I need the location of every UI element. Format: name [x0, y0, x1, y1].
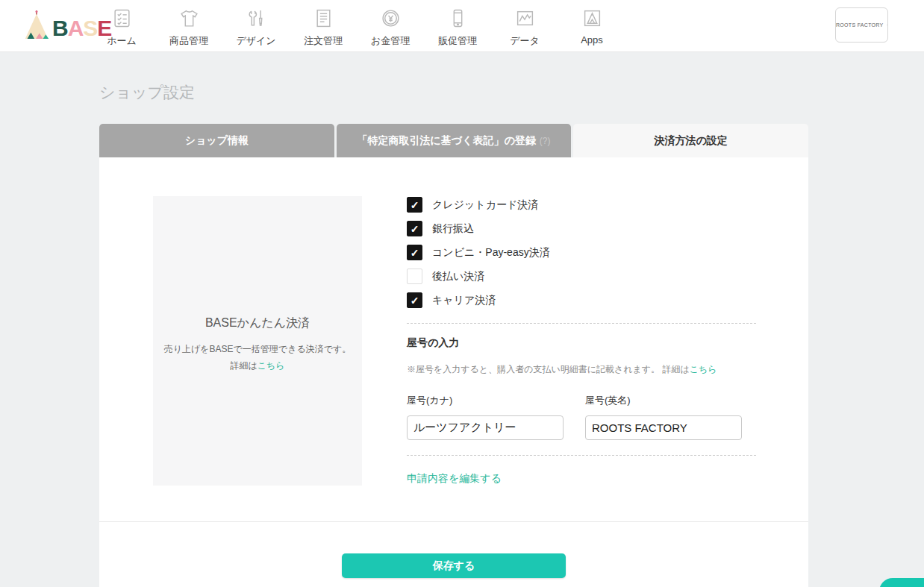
nav-item-money[interactable]: お金管理 [357, 0, 424, 52]
nav-item-data[interactable]: データ [491, 0, 558, 52]
edit-application-link[interactable]: 申請内容を編集する [407, 472, 502, 486]
checkbox-credit-card[interactable]: ✓ [407, 197, 422, 213]
main-nav: ホーム 商品管理 デザイン 注文管理 [88, 0, 625, 52]
nav-label: デザイン [236, 34, 275, 48]
trade-name-kana-field: 屋号(カナ) [407, 394, 564, 440]
page-title: ショップ設定 [99, 82, 195, 103]
base-easy-payment-panel: BASEかんたん決済 売り上げをBASEで一括管理できる決済です。 詳細はこちら [153, 196, 362, 486]
settings-tabs: ショップ情報 「特定商取引法に基づく表記」の登録 (?) 決済方法の設定 [99, 124, 808, 157]
nav-label: 注文管理 [304, 34, 343, 48]
checkbox-deferred[interactable] [407, 269, 422, 284]
base-tent-icon [22, 10, 51, 41]
checklist-icon [112, 8, 132, 31]
trade-name-fields: 屋号(カナ) 屋号(英名) [407, 394, 756, 440]
dashed-divider [407, 323, 756, 324]
easy-payment-description: 売り上げをBASEで一括管理できる決済です。 詳細はこちら [153, 342, 362, 374]
nav-label: お金管理 [371, 34, 410, 48]
detail-prefix: 詳細は [230, 360, 257, 371]
payment-method-konbini[interactable]: ✓ コンビニ・Pay-easy決済 [407, 245, 756, 260]
trade-name-note: ※屋号を入力すると、購入者の支払い明細書に記載されます。 詳細はこちら [407, 363, 756, 376]
checkbox-konbini[interactable]: ✓ [407, 245, 422, 260]
nav-item-products[interactable]: 商品管理 [155, 0, 222, 52]
nav-item-promotion[interactable]: 販促管理 [424, 0, 491, 52]
chat-help-bubble[interactable] [879, 578, 924, 587]
tab-label: 決済方法の設定 [655, 134, 728, 148]
nav-item-design[interactable]: デザイン [222, 0, 290, 52]
trade-name-kana-label: 屋号(カナ) [407, 394, 564, 407]
nav-label: データ [510, 34, 540, 48]
nav-label: Apps [581, 34, 603, 45]
nav-item-orders[interactable]: 注文管理 [290, 0, 357, 52]
logo-letter: A [68, 16, 84, 40]
dashed-divider [407, 455, 756, 456]
nav-label: ホーム [107, 34, 137, 48]
tab-shop-info[interactable]: ショップ情報 [99, 124, 334, 157]
nav-label: 販促管理 [438, 34, 477, 48]
tent-box-icon [582, 8, 602, 31]
payment-method-credit-card[interactable]: ✓ クレジットカード決済 [407, 197, 756, 213]
tab-tokushoho[interactable]: 「特定商取引法に基づく表記」の登録 (?) [337, 124, 572, 157]
document-icon [313, 8, 334, 31]
smartphone-icon [448, 8, 468, 31]
nav-item-home[interactable]: ホーム [88, 0, 155, 52]
payment-method-label: クレジットカード決済 [432, 198, 538, 212]
save-button[interactable]: 保存する [342, 553, 566, 578]
trade-name-note-text: ※屋号を入力すると、購入者の支払い明細書に記載されます。 詳細は [407, 364, 690, 374]
easy-payment-title: BASEかんたん決済 [153, 316, 362, 331]
easy-payment-description-text: 売り上げをBASEで一括管理できる決済です。 [164, 344, 352, 354]
payment-method-label: コンビニ・Pay-easy決済 [432, 246, 550, 260]
payment-method-carrier[interactable]: ✓ キャリア決済 [407, 292, 756, 308]
payment-method-label: 銀行振込 [432, 222, 474, 236]
chart-icon [515, 8, 535, 31]
checkbox-bank-transfer[interactable]: ✓ [407, 221, 422, 236]
payment-method-label: キャリア決済 [432, 294, 496, 307]
tab-label: 「特定商取引法に基づく表記」の登録 [358, 134, 536, 148]
trade-name-detail-link[interactable]: こちら [690, 364, 717, 374]
help-icon[interactable]: (?) [540, 136, 551, 146]
payment-settings-panel: BASEかんたん決済 売り上げをBASEで一括管理できる決済です。 詳細はこちら… [99, 157, 808, 587]
trade-name-english-input[interactable] [585, 415, 742, 440]
tshirt-icon [179, 8, 199, 31]
top-header: BASE ホーム 商品管理 デザイン [0, 0, 924, 52]
payment-method-bank-transfer[interactable]: ✓ 銀行振込 [407, 221, 756, 236]
nav-item-apps[interactable]: Apps [558, 0, 625, 52]
trade-name-kana-input[interactable] [407, 415, 564, 440]
payment-settings-content: BASEかんたん決済 売り上げをBASEで一括管理できる決済です。 詳細はこちら… [99, 157, 808, 522]
easy-payment-detail-link[interactable]: こちら [257, 360, 285, 371]
logo-letter: B [52, 16, 68, 40]
payment-methods-column: ✓ クレジットカード決済 ✓ 銀行振込 ✓ コンビニ・Pay-easy決済 後払… [407, 197, 756, 486]
tab-label: ショップ情報 [185, 134, 249, 148]
nav-label: 商品管理 [169, 34, 208, 48]
yen-coin-icon [381, 8, 401, 31]
trade-name-english-field: 屋号(英名) [585, 394, 742, 440]
save-section: 保存する [99, 553, 808, 578]
account-menu[interactable]: ROOTS FACTORY [835, 7, 888, 43]
chevron-down-icon [887, 20, 887, 30]
account-name: ROOTS FACTORY [836, 22, 884, 28]
tools-icon [246, 8, 266, 31]
trade-name-heading: 屋号の入力 [407, 336, 756, 350]
checkbox-carrier[interactable]: ✓ [407, 292, 422, 308]
payment-method-label: 後払い決済 [432, 270, 484, 283]
tab-payment-settings[interactable]: 決済方法の設定 [573, 124, 808, 157]
payment-method-deferred[interactable]: 後払い決済 [407, 269, 756, 284]
trade-name-english-label: 屋号(英名) [585, 394, 742, 407]
